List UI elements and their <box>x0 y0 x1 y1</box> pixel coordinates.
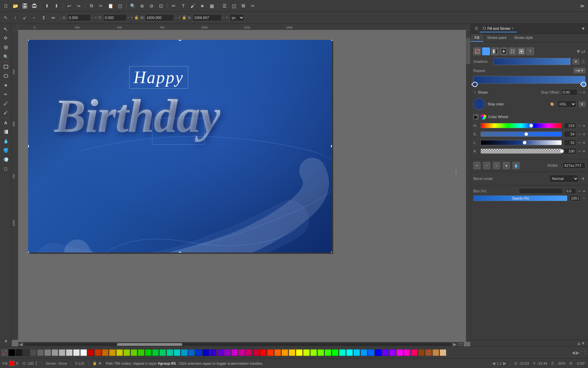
palette-lightgray1[interactable] <box>52 349 58 356</box>
palette-amber[interactable] <box>289 349 295 356</box>
scrollbar-thumb-v[interactable] <box>466 38 470 64</box>
opacity-down[interactable]: ▼ <box>35 363 38 366</box>
handle-br[interactable] <box>331 252 332 253</box>
palette-lime-dark[interactable] <box>123 349 130 356</box>
palette-bright-lime[interactable] <box>310 349 317 356</box>
zoom-in-button[interactable]: 🔍 <box>128 1 137 10</box>
fill-pattern-button[interactable] <box>509 47 516 55</box>
h-plus[interactable]: + <box>226 16 228 19</box>
align-l[interactable]: ← <box>30 13 39 22</box>
palette-bright-red-orange[interactable] <box>267 349 274 356</box>
handle-bc[interactable] <box>179 252 181 253</box>
repeat-select-btn[interactable]: ▼ <box>574 68 585 73</box>
palette-gray2[interactable] <box>37 349 44 356</box>
node-tool[interactable] <box>2 34 10 43</box>
paint-bucket-tool[interactable]: 🪣 <box>2 146 10 154</box>
effects-button[interactable]: ★ <box>198 1 207 10</box>
zoom-out-button[interactable]: ⊖ <box>147 1 156 10</box>
eraser-tool[interactable]: ◻ <box>2 164 10 173</box>
x-plus[interactable]: + <box>95 16 97 19</box>
palette-red-orange[interactable] <box>95 349 101 356</box>
fill-swatch[interactable] <box>9 361 15 366</box>
rect-tool[interactable] <box>2 62 10 71</box>
remove-stop-button[interactable]: − <box>483 162 490 169</box>
blur-bar[interactable] <box>519 188 563 194</box>
palette-bright-violet[interactable] <box>382 349 389 356</box>
stop-eyedropper[interactable]: 💧 <box>513 162 520 169</box>
l-thumb[interactable] <box>523 141 527 145</box>
palette-bright-amber[interactable] <box>282 349 288 356</box>
palette-gold[interactable] <box>109 349 116 356</box>
gradient-warning[interactable]: ⚠ <box>581 59 585 64</box>
text-tool[interactable]: A <box>2 118 10 127</box>
align-tl[interactable]: ↖ <box>1 13 10 22</box>
palette-orange[interactable] <box>102 349 108 356</box>
palette-yellow-green[interactable] <box>116 349 123 356</box>
zoom-fit-button[interactable]: ⊕ <box>138 1 147 10</box>
h-plus[interactable]: + <box>583 123 585 128</box>
l-slider[interactable] <box>481 140 562 145</box>
blend-dropdown[interactable]: ▼ <box>581 176 585 181</box>
a-plus[interactable]: + <box>583 149 585 154</box>
stops-expand[interactable]: ▼ <box>473 91 477 94</box>
handle-tl[interactable] <box>28 40 29 41</box>
palette-green2[interactable] <box>152 349 159 356</box>
palette-lightgray2[interactable] <box>59 349 65 356</box>
a-thumb[interactable] <box>560 149 564 153</box>
nav-forward[interactable]: ▶ <box>503 361 506 366</box>
handle-tr[interactable] <box>331 40 332 41</box>
color-mode-dropdown[interactable]: ▼ <box>579 101 585 107</box>
y-input[interactable] <box>103 14 127 21</box>
h-thumb[interactable] <box>529 124 533 128</box>
more-button[interactable]: ≫ <box>578 1 587 10</box>
stop-offset-input[interactable] <box>561 89 578 96</box>
canvas-content[interactable]: Happy Birthday <box>28 40 332 253</box>
snap-button[interactable]: ✏ <box>169 1 178 10</box>
color-mode-select[interactable]: HSL RGB CMYK <box>557 100 576 108</box>
s-thumb[interactable] <box>524 132 528 136</box>
palette-purple[interactable] <box>217 349 223 356</box>
palette-teal[interactable] <box>167 349 173 356</box>
unit-select[interactable]: px mm in <box>230 14 244 21</box>
star-tool[interactable]: ★ <box>2 81 10 89</box>
align-bl[interactable]: ↙ <box>20 13 29 22</box>
panel-chevron[interactable]: ▼ <box>581 26 585 31</box>
a-value[interactable] <box>564 148 576 154</box>
distribute-h[interactable]: ⇕ <box>39 13 48 22</box>
layers-button[interactable]: ◫ <box>229 1 238 10</box>
nav-back[interactable]: ◀ <box>492 361 495 366</box>
fill-stroke-tab[interactable]: ⬡ Fill and Stroke × <box>480 25 517 32</box>
palette-azure[interactable] <box>353 349 360 356</box>
palette-gray3[interactable] <box>44 349 51 356</box>
save-button[interactable] <box>20 1 29 10</box>
palette-burlywood[interactable] <box>440 349 446 356</box>
w-plus[interactable]: + <box>178 16 181 19</box>
undo-button[interactable]: ↩ <box>65 1 74 10</box>
l-plus[interactable]: + <box>583 140 585 145</box>
add-stop-button[interactable]: + <box>473 162 481 169</box>
h-minus[interactable]: − <box>222 16 225 19</box>
stop-options-1[interactable]: ○ <box>493 162 500 169</box>
filters-button[interactable]: ▦ <box>207 1 216 10</box>
calligraphy-tool[interactable]: 🖋 <box>2 108 10 117</box>
palette-mint[interactable] <box>339 349 346 356</box>
panel-up[interactable]: ▲ <box>577 341 581 346</box>
palette-neon-green2[interactable] <box>332 349 338 356</box>
open-button[interactable]: 📂 <box>11 1 20 10</box>
palette-purple2[interactable] <box>224 349 231 356</box>
scrollbar-thumb-h[interactable] <box>117 343 182 346</box>
dropper-tool[interactable]: 💧 <box>2 137 10 145</box>
gradient-tool[interactable] <box>2 128 10 136</box>
palette-fuchsia[interactable] <box>397 349 403 356</box>
a-slider[interactable] <box>481 149 562 154</box>
no-color-swatch[interactable] <box>1 349 8 356</box>
blur-value[interactable] <box>565 188 576 194</box>
palette-bright-orange[interactable] <box>274 349 281 356</box>
fill-flat-button[interactable] <box>482 47 490 55</box>
fill-tab[interactable]: Fill <box>471 34 483 42</box>
paste-button[interactable]: 📋 <box>106 1 115 10</box>
palette-yellow-lime[interactable] <box>303 349 310 356</box>
palette-violet[interactable] <box>210 349 216 356</box>
export-button[interactable]: ⬇ <box>52 1 61 10</box>
palette-blue[interactable] <box>195 349 202 356</box>
